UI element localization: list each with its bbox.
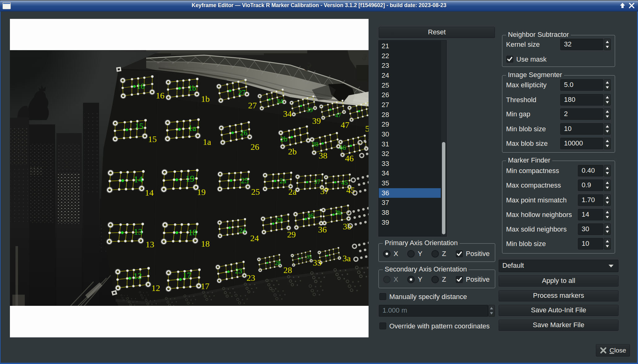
svg-text:34: 34 xyxy=(283,109,292,119)
svg-text:12: 12 xyxy=(151,283,160,293)
svg-text:35: 35 xyxy=(313,258,321,267)
svg-text:23: 23 xyxy=(247,273,255,283)
svg-text:15: 15 xyxy=(135,122,143,131)
svg-text:1a: 1a xyxy=(188,124,196,133)
svg-text:28: 28 xyxy=(283,265,292,275)
svg-text:39: 39 xyxy=(307,106,313,113)
svg-text:15: 15 xyxy=(148,134,157,144)
svg-text:28: 28 xyxy=(275,260,281,266)
svg-text:29: 29 xyxy=(276,216,283,224)
svg-text:2a: 2a xyxy=(280,177,286,185)
svg-text:3b: 3b xyxy=(343,222,352,231)
svg-text:3b: 3b xyxy=(335,209,342,216)
svg-text:18: 18 xyxy=(201,239,210,249)
svg-text:19: 19 xyxy=(197,187,206,197)
svg-text:56: 56 xyxy=(365,124,369,133)
svg-text:46: 46 xyxy=(339,144,346,151)
svg-text:35: 35 xyxy=(307,254,312,259)
svg-text:46: 46 xyxy=(345,154,354,163)
svg-text:19: 19 xyxy=(186,174,194,184)
svg-text:37: 37 xyxy=(320,186,329,196)
svg-text:1b: 1b xyxy=(201,94,210,104)
svg-text:17: 17 xyxy=(183,271,191,280)
svg-text:29: 29 xyxy=(287,230,296,239)
svg-text:14: 14 xyxy=(134,174,143,184)
svg-text:47: 47 xyxy=(341,120,349,130)
svg-text:14: 14 xyxy=(145,188,154,197)
svg-text:24: 24 xyxy=(239,227,246,234)
svg-text:37: 37 xyxy=(314,178,321,185)
svg-text:34: 34 xyxy=(277,98,283,105)
svg-text:26: 26 xyxy=(240,129,247,137)
svg-text:24: 24 xyxy=(250,233,259,243)
svg-text:23: 23 xyxy=(235,267,242,275)
svg-text:26: 26 xyxy=(251,142,259,152)
svg-text:38: 38 xyxy=(319,151,327,160)
svg-text:47: 47 xyxy=(335,112,341,119)
svg-text:2b: 2b xyxy=(280,135,287,143)
svg-text:3a: 3a xyxy=(343,254,351,263)
svg-text:12: 12 xyxy=(133,271,142,281)
svg-text:38: 38 xyxy=(312,140,318,148)
svg-text:2a: 2a xyxy=(288,187,297,197)
svg-text:36: 36 xyxy=(318,225,327,234)
svg-text:16: 16 xyxy=(137,82,145,91)
svg-text:17: 17 xyxy=(201,281,209,291)
svg-text:25: 25 xyxy=(251,187,260,197)
svg-text:18: 18 xyxy=(188,228,197,237)
svg-text:36: 36 xyxy=(307,212,314,219)
svg-text:13: 13 xyxy=(134,227,142,236)
svg-text:1a: 1a xyxy=(203,137,211,147)
svg-text:16: 16 xyxy=(156,91,164,100)
svg-text:13: 13 xyxy=(146,240,154,249)
svg-text:39: 39 xyxy=(312,116,321,126)
svg-text:27: 27 xyxy=(238,88,246,96)
svg-text:27: 27 xyxy=(248,101,257,110)
svg-text:1b: 1b xyxy=(188,84,196,92)
svg-text:2b: 2b xyxy=(288,147,297,156)
svg-text:25: 25 xyxy=(241,176,249,185)
